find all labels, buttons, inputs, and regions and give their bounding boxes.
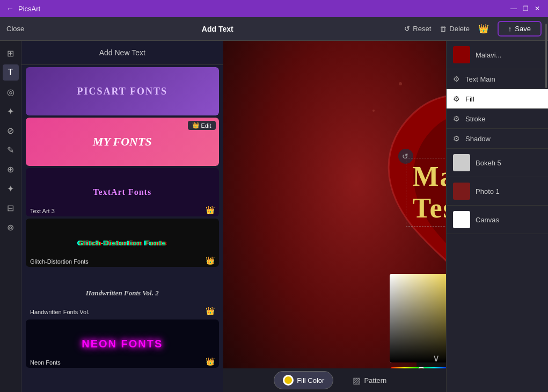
font-list: PICSART FONTS MY FONTS 👑 Edit xyxy=(21,65,223,392)
maximize-button[interactable]: ❐ xyxy=(521,4,530,13)
toolbar-close-button[interactable]: Close xyxy=(6,25,24,33)
layer-name-shadow: Shadow xyxy=(465,135,491,143)
layer-name-bokeh5: Bokeh 5 xyxy=(476,159,501,167)
layer-stroke[interactable]: ⚙ Stroke xyxy=(447,109,548,129)
titlebar-left: ← PicsArt xyxy=(6,4,40,13)
add-new-text-button[interactable]: Add New Text xyxy=(21,41,223,65)
gear-icon-text-main: ⚙ xyxy=(453,75,460,83)
reset-icon: ↺ xyxy=(404,25,410,33)
pattern-icon: ▨ xyxy=(353,375,361,386)
close-button[interactable]: ✕ xyxy=(533,4,542,13)
layer-name-fill: Fill xyxy=(465,95,474,103)
layer-thumb-malavi xyxy=(453,46,470,63)
font-label-handwritten: Handwritten Fonts Vol. xyxy=(30,309,90,315)
layer-name-photo1: Photo 1 xyxy=(476,187,500,195)
font-item-myfonts[interactable]: MY FONTS 👑 Edit xyxy=(26,118,219,166)
right-scrollbar[interactable] xyxy=(545,24,547,88)
minimize-button[interactable]: — xyxy=(509,4,518,13)
back-icon[interactable]: ← xyxy=(6,4,14,13)
layer-bokeh5[interactable]: Bokeh 5 xyxy=(447,149,548,177)
share-icon: ↑ xyxy=(508,25,512,33)
edit-myfonts-button[interactable]: 👑 Edit xyxy=(188,121,216,130)
font-crown-neon: 👑 xyxy=(206,357,215,366)
color-picker-panel xyxy=(390,274,447,362)
left-sidebar-container: ⊞ T ◎ ✦ ⊘ ✎ ⊕ ✦ ⊟ ⊚ Add New Text PICSART… xyxy=(0,41,223,392)
gear-icon-stroke: ⚙ xyxy=(453,114,460,123)
layer-thumb-bokeh5 xyxy=(453,154,470,171)
text-selection-box[interactable]: Malavida Test xyxy=(406,158,447,227)
sidebar-icon-wand[interactable]: ✦ xyxy=(3,180,19,197)
layer-name-canvas: Canvas xyxy=(476,216,499,224)
font-label-neon: Neon Fonts xyxy=(30,359,61,366)
layer-fill[interactable]: ⚙ Fill xyxy=(447,89,548,109)
layer-name-text-main: Text Main xyxy=(465,75,495,83)
sidebar-icon-text[interactable]: T xyxy=(3,64,19,81)
app-name: PicsArt xyxy=(18,5,40,13)
svg-point-1 xyxy=(372,110,375,112)
canvas-area[interactable]: ↺ ↻ ⤢ Malavida Test xyxy=(223,41,447,392)
layer-shadow[interactable]: ⚙ Shadow xyxy=(447,129,548,149)
reset-button[interactable]: ↺ Reset xyxy=(404,25,431,33)
sidebar-icons: ⊞ T ◎ ✦ ⊘ ✎ ⊕ ✦ ⊟ ⊚ xyxy=(0,41,21,392)
font-item-neon[interactable]: NEON FONTS Neon Fonts 👑 xyxy=(26,320,219,368)
layer-thumb-canvas xyxy=(453,211,470,228)
layer-thumb-photo1 xyxy=(453,183,470,200)
font-crown-handwritten: 👑 xyxy=(206,307,215,315)
font-item-handwritten[interactable]: Handwritten Fonts Vol. 2 Handwritten Fon… xyxy=(26,269,219,317)
layer-malavi[interactable]: Malavi... xyxy=(447,41,548,69)
font-item-picsart[interactable]: PICSART FONTS xyxy=(26,67,219,115)
save-button[interactable]: ↑ Save xyxy=(498,21,542,37)
canvas-background: ↺ ↻ ⤢ Malavida Test xyxy=(223,41,447,392)
trash-icon: 🗑 xyxy=(440,25,447,33)
fill-color-circle xyxy=(283,375,294,386)
titlebar-controls: — ❐ ✕ xyxy=(509,4,542,13)
fill-color-tab[interactable]: Fill Color xyxy=(274,371,333,389)
layer-name-malavi: Malavi... xyxy=(476,51,501,59)
sidebar-icon-effects[interactable]: ⊚ xyxy=(3,219,19,235)
layer-name-stroke: Stroke xyxy=(465,115,486,123)
gear-icon-shadow: ⚙ xyxy=(453,134,460,143)
titlebar: ← PicsArt — ❐ ✕ xyxy=(0,0,548,17)
font-crown-glitch: 👑 xyxy=(206,256,215,265)
sidebar-icon-circle[interactable]: ◎ xyxy=(3,84,19,100)
sidebar-icon-slash[interactable]: ⊘ xyxy=(3,122,19,139)
sidebar-icon-sparkle[interactable]: ✦ xyxy=(3,103,19,119)
gradient-square[interactable] xyxy=(390,274,447,362)
canvas-text: Malavida Test xyxy=(413,161,447,223)
layer-text-main[interactable]: ⚙ Text Main xyxy=(447,69,548,89)
font-item-textart3[interactable]: TextArt Fonts Text Art 3 👑 xyxy=(26,168,219,216)
fonts-panel: Add New Text PICSART FONTS MY FONTS 👑 Ed… xyxy=(21,41,223,392)
crown-icon[interactable]: 👑 xyxy=(478,24,489,34)
sidebar-icon-adjust[interactable]: ⊟ xyxy=(3,200,19,216)
font-item-glitch[interactable]: Glitch-Distortion Fonts Glitch-Distortio… xyxy=(26,219,219,267)
font-crown-textart3: 👑 xyxy=(206,206,215,214)
pattern-tab[interactable]: ▨ Pattern xyxy=(344,372,395,389)
svg-point-0 xyxy=(399,82,402,85)
canvas-bottom-bar: Fill Color ▨ Pattern xyxy=(223,368,447,392)
right-sidebar: Malavi... ⚙ Text Main ⚙ Fill ⚙ Stroke ⚙ … xyxy=(446,41,548,392)
layer-photo1[interactable]: Photo 1 xyxy=(447,177,548,206)
gear-icon-fill: ⚙ xyxy=(453,95,460,103)
crown-small-icon: 👑 xyxy=(192,122,200,129)
sidebar-icon-grid[interactable]: ⊞ xyxy=(3,45,19,61)
layer-canvas[interactable]: Canvas xyxy=(447,206,548,234)
sidebar-icon-plus[interactable]: ⊕ xyxy=(3,161,19,177)
font-label-glitch: Glitch-Distortion Fonts xyxy=(30,258,89,265)
delete-button[interactable]: 🗑 Delete xyxy=(440,25,470,33)
font-label-textart3: Text Art 3 xyxy=(30,208,55,214)
toolbar-title: Add Text xyxy=(39,25,396,33)
sidebar-icon-pen[interactable]: ✎ xyxy=(3,142,19,158)
toolbar: Close Add Text ↺ Reset 🗑 Delete 👑 ↑ Save xyxy=(0,17,548,41)
scroll-down-icon[interactable]: ∨ xyxy=(433,352,440,364)
main-content: ⊞ T ◎ ✦ ⊘ ✎ ⊕ ✦ ⊟ ⊚ Add New Text PICSART… xyxy=(0,41,548,392)
